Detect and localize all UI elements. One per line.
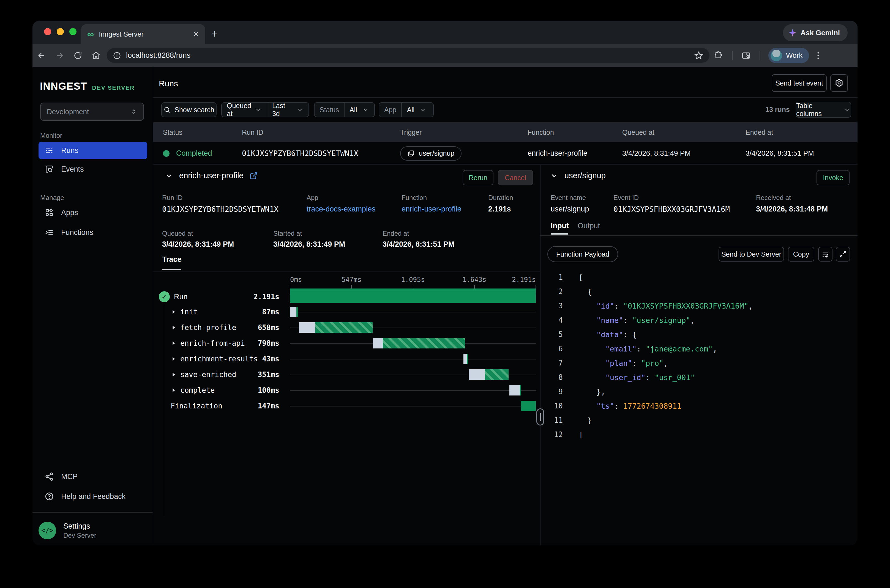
status-filter-value[interactable]: All — [344, 106, 374, 114]
sidebar-item-settings[interactable]: </> Settings Dev Server — [39, 522, 96, 539]
sidebar-item-mcp[interactable]: MCP — [39, 468, 147, 485]
browser-menu-button[interactable] — [809, 51, 827, 60]
expand-button[interactable] — [836, 247, 850, 261]
trace-row-finalization[interactable]: Finalization147ms — [153, 398, 540, 414]
sidebar-item-runs[interactable]: Runs — [39, 142, 147, 159]
trace-step-duration: 351ms — [258, 370, 279, 379]
environment-select[interactable]: Development — [40, 103, 144, 121]
extensions-button[interactable] — [710, 51, 728, 60]
tab-trace[interactable]: Trace — [162, 255, 182, 264]
line-number: 8 — [541, 373, 563, 381]
site-info-icon[interactable] — [113, 51, 121, 60]
queued-at-dropdown[interactable]: Queued at — [222, 102, 267, 118]
table-row[interactable]: Completed 01KJXSYPZYB6TH2DSDSYETWN1X use… — [153, 142, 857, 165]
ended-at-cell: 3/4/2026, 8:31:51 PM — [746, 149, 857, 158]
functions-list-icon — [45, 228, 54, 237]
time-filter[interactable]: Queued at Last 3d — [221, 102, 309, 117]
trace-bar-segment — [521, 401, 536, 411]
line-number: 6 — [541, 345, 563, 353]
sidebar-item-help[interactable]: Help and Feedback — [39, 488, 147, 505]
trace-step-duration: 87ms — [262, 308, 279, 316]
copy-button[interactable]: Copy — [788, 247, 814, 261]
reload-button[interactable] — [69, 51, 87, 60]
caret-right-icon[interactable] — [171, 309, 177, 315]
word-wrap-button[interactable] — [818, 247, 833, 261]
url-text[interactable]: localhost:8288/runs — [126, 51, 689, 60]
time-range-dropdown[interactable]: Last 3d — [267, 102, 308, 118]
trace-row-enrich-from-api[interactable]: enrich-from-api798ms — [153, 335, 540, 351]
invoke-button[interactable]: Invoke — [816, 170, 849, 185]
table-columns-button[interactable]: Table columns — [795, 102, 851, 118]
home-button[interactable] — [87, 51, 105, 60]
back-button[interactable] — [33, 51, 51, 60]
url-bar[interactable]: localhost:8288/runs — [107, 48, 710, 63]
new-tab-button[interactable]: + — [211, 28, 218, 39]
code-line: 5 "data": { — [541, 327, 857, 342]
caret-right-icon[interactable] — [171, 387, 177, 393]
tab-input[interactable]: Input — [551, 222, 569, 230]
settings-gear-button[interactable] — [830, 74, 848, 92]
trigger-pill[interactable]: user/signup — [400, 146, 462, 160]
detail-panels: enrich-user-profile Rerun Cancel Run ID … — [153, 165, 857, 545]
trace-step-duration: 100ms — [258, 386, 279, 394]
caret-right-icon[interactable] — [171, 372, 177, 378]
function-payload-pill[interactable]: Function Payload — [547, 246, 618, 262]
app-link[interactable]: trace-docs-examples — [307, 205, 376, 213]
filter-bar: Show search Queued at Last 3d Status — [153, 102, 857, 117]
copy-label: Copy — [793, 250, 809, 258]
send-to-dev-server-button[interactable]: Send to Dev Server — [719, 247, 784, 261]
trace-step-name: fetch-profile — [180, 323, 236, 332]
time-range-label: Last 3d — [272, 102, 293, 118]
trace-step-duration: 147ms — [258, 402, 279, 410]
trace-row-init[interactable]: init87ms — [153, 304, 540, 320]
close-window-button[interactable] — [44, 28, 51, 35]
bookmark-star-icon[interactable] — [694, 51, 704, 60]
external-link-icon[interactable] — [250, 172, 258, 180]
sidebar-item-functions[interactable]: Functions — [39, 224, 147, 241]
status-filter[interactable]: Status All — [314, 102, 375, 117]
tab-close-icon[interactable]: ✕ — [193, 30, 199, 39]
function-link[interactable]: enrich-user-profile — [401, 205, 462, 213]
send-test-event-button[interactable]: Send test event — [772, 74, 827, 92]
app-filter[interactable]: App All — [379, 102, 434, 117]
line-number: 3 — [541, 302, 563, 310]
received-at-label: Received at — [756, 194, 791, 202]
rerun-button[interactable]: Rerun — [463, 170, 493, 185]
caret-right-icon[interactable] — [171, 340, 177, 346]
app-filter-value[interactable]: All — [402, 106, 433, 114]
page-title: Runs — [159, 79, 178, 88]
caret-right-icon[interactable] — [171, 324, 177, 331]
gemini-sparkle-icon — [788, 28, 797, 37]
trace-row-enrichment-results[interactable]: enrichment-results43ms — [153, 351, 540, 367]
caret-right-icon[interactable] — [171, 356, 177, 362]
ask-gemini-button[interactable]: Ask Gemini — [783, 24, 848, 41]
trace-bar-segment — [467, 354, 468, 364]
forward-button[interactable] — [51, 51, 69, 60]
show-search-button[interactable]: Show search — [161, 102, 216, 117]
avatar — [771, 50, 782, 62]
event-name-value: user/signup — [551, 205, 589, 213]
word-wrap-icon — [821, 250, 830, 258]
browser-profile-chip[interactable]: Work — [768, 48, 809, 63]
minimize-window-button[interactable] — [57, 28, 64, 35]
expand-diagonal-icon — [839, 250, 847, 258]
cancel-button[interactable]: Cancel — [498, 170, 533, 185]
event-windows-icon — [407, 150, 415, 158]
browser-tab[interactable]: ∞ Inngest Server ✕ — [81, 24, 205, 44]
sidebar-item-apps[interactable]: Apps — [39, 204, 147, 221]
tab-output[interactable]: Output — [578, 222, 600, 230]
sidebar-item-events[interactable]: Events — [39, 160, 147, 178]
trace-row-fetch-profile[interactable]: fetch-profile658ms — [153, 320, 540, 335]
code-line: 2 { — [541, 284, 857, 298]
trace-row-run[interactable]: ✓Run2.191s — [153, 289, 540, 304]
trace-row-complete[interactable]: complete100ms — [153, 382, 540, 398]
side-panel-button[interactable] — [737, 51, 755, 60]
line-number: 4 — [541, 316, 563, 324]
maximize-window-button[interactable] — [69, 28, 77, 35]
collapse-chevron-icon[interactable] — [550, 172, 558, 180]
tab-title: Inngest Server — [99, 30, 188, 38]
trace-row-save-enriched[interactable]: save-enriched351ms — [153, 367, 540, 382]
trace-step-duration: 658ms — [258, 323, 279, 332]
column-function: Function — [528, 128, 622, 136]
collapse-chevron-icon[interactable] — [165, 172, 173, 180]
